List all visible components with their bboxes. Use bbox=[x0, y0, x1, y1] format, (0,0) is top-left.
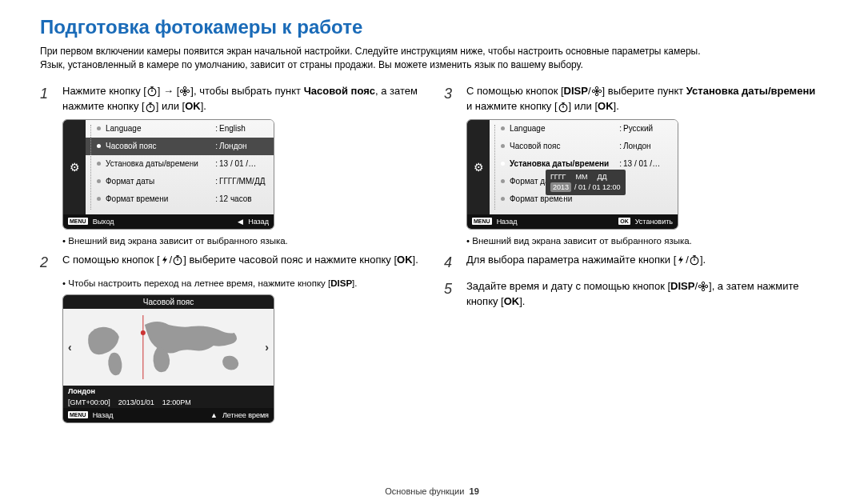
step-4: 4 Для выбора параметра нажимайте кнопки … bbox=[444, 252, 824, 274]
step-body: Нажмите кнопку [] → [], чтобы выбрать пу… bbox=[62, 83, 420, 114]
up-arrow-icon: ▲ bbox=[560, 165, 566, 170]
screen-sidebar: ⚙ bbox=[467, 120, 490, 214]
list-item: Формат времени:12 часов bbox=[86, 190, 274, 208]
flower-icon bbox=[698, 281, 709, 292]
ok-icon: OK bbox=[504, 295, 520, 307]
timer-icon bbox=[689, 254, 700, 266]
step-1: 1 Нажмите кнопку [] → [], чтобы выбрать … bbox=[40, 83, 420, 114]
flower-icon bbox=[179, 86, 190, 97]
gear-icon: ⚙ bbox=[474, 161, 484, 174]
svg-point-11 bbox=[141, 330, 146, 335]
list-item: Часовой пояс:Лондон bbox=[490, 138, 678, 155]
screen-footer: MENU Назад OK Установить bbox=[467, 214, 678, 229]
tz-title: Часовой пояс bbox=[63, 295, 274, 309]
list-item: Language:Русский bbox=[490, 120, 678, 138]
ok-icon: OK bbox=[185, 100, 201, 112]
menu-badge: MENU bbox=[68, 218, 88, 225]
tz-map: ‹ › bbox=[63, 309, 274, 386]
next-arrow-icon: › bbox=[265, 341, 269, 354]
timer-icon bbox=[558, 102, 569, 113]
list-item-selected: Часовой пояс:Лондон bbox=[86, 138, 274, 155]
timer-icon bbox=[146, 86, 158, 97]
settings-screen-1: ⚙ Language:English Часовой пояс:Лондон У… bbox=[62, 119, 274, 230]
settings-screen-3: ⚙ Language:Русский Часовой пояс:Лондон У… bbox=[466, 119, 678, 230]
step-body: С помощью кнопок [DISP/] выберите пункт … bbox=[466, 83, 824, 114]
flower-icon bbox=[591, 86, 602, 97]
settings-list: Language:English Часовой пояс:Лондон Уст… bbox=[86, 120, 274, 214]
list-item: Формат даты:ГГГГ/ММ/ДД bbox=[86, 173, 274, 190]
screen-sidebar: ⚙ bbox=[63, 120, 86, 214]
step-body: Задайте время и дату с помощью кнопок [D… bbox=[466, 278, 824, 310]
right-column: 3 С помощью кнопок [DISP/] выберите пунк… bbox=[444, 83, 824, 430]
columns: 1 Нажмите кнопку [] → [], чтобы выбрать … bbox=[40, 83, 824, 430]
settings-list: Language:Русский Часовой пояс:Лондон Уст… bbox=[490, 120, 678, 214]
date-overlay: ▲ ГГГГ ММ ДД 2013/ 01 / 01 12:00 ▼ bbox=[546, 170, 626, 195]
left-column: 1 Нажмите кнопку [] → [], чтобы выбрать … bbox=[40, 83, 420, 430]
step-body: Для выбора параметра нажимайте кнопки [/… bbox=[466, 252, 824, 274]
left-arrow-icon: ◀ bbox=[238, 218, 243, 226]
ok-icon: OK bbox=[598, 100, 614, 112]
flash-icon bbox=[676, 254, 686, 266]
step-number: 4 bbox=[444, 252, 458, 274]
up-arrow-icon: ▲ bbox=[210, 411, 218, 419]
step-number: 1 bbox=[40, 83, 54, 114]
note: Внешний вид экрана зависит от выбранного… bbox=[466, 236, 824, 246]
step-5: 5 Задайте время и дату с помощью кнопок … bbox=[444, 278, 824, 310]
disp-icon: DISP bbox=[670, 280, 694, 292]
ok-badge: OK bbox=[618, 218, 630, 225]
disp-icon: DISP bbox=[330, 278, 352, 288]
page-title: Подготовка фотокамеры к работе bbox=[40, 16, 824, 38]
ok-icon: OK bbox=[397, 254, 413, 266]
list-item: Установка даты/времени:13 / 01 /… bbox=[86, 155, 274, 173]
screen-footer: MENU Назад ▲ Летнее время bbox=[63, 408, 274, 422]
step-body: С помощью кнопок [/] выберите часовой по… bbox=[62, 252, 420, 274]
note: Внешний вид экрана зависит от выбранного… bbox=[62, 236, 420, 246]
step-2: 2 С помощью кнопок [/] выберите часовой … bbox=[40, 252, 420, 274]
prev-arrow-icon: ‹ bbox=[68, 341, 72, 354]
tz-info-detail: [GMT+00:00] 2013/01/01 12:00PM bbox=[63, 397, 274, 408]
flash-icon bbox=[160, 254, 170, 266]
step-number: 2 bbox=[40, 252, 54, 274]
down-arrow-icon: ▼ bbox=[560, 194, 566, 200]
page-footer: Основные функции 19 bbox=[0, 486, 864, 496]
gear-icon: ⚙ bbox=[70, 161, 80, 174]
world-map-icon bbox=[75, 315, 262, 379]
timer-icon bbox=[172, 254, 183, 266]
note: Чтобы настроить переход на летнее время,… bbox=[62, 278, 420, 288]
step-3: 3 С помощью кнопок [DISP/] выберите пунк… bbox=[444, 83, 824, 114]
menu-badge: MENU bbox=[68, 411, 88, 418]
tz-info: Лондон bbox=[63, 386, 274, 397]
intro-text: При первом включении камеры появится экр… bbox=[40, 45, 824, 72]
timezone-screen: Часовой пояс ‹ › Лондон bbox=[62, 294, 274, 423]
step-number: 5 bbox=[444, 278, 458, 310]
disp-icon: DISP bbox=[564, 85, 588, 97]
list-item: Language:English bbox=[86, 120, 274, 138]
step-number: 3 bbox=[444, 83, 458, 114]
timer-icon bbox=[145, 102, 156, 113]
menu-badge: MENU bbox=[472, 218, 492, 225]
screen-footer: MENU Выход ◀ Назад bbox=[63, 214, 274, 229]
